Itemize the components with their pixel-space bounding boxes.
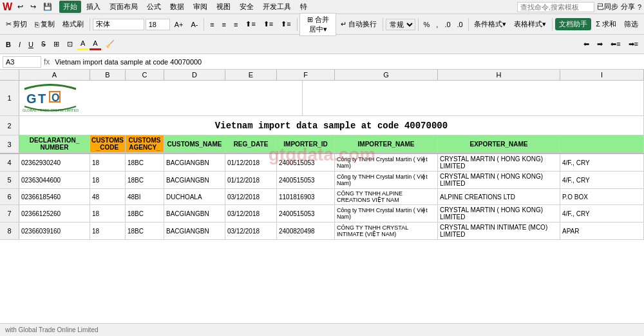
data-cell[interactable]: 2400820498 <box>277 222 335 239</box>
data-cell[interactable]: CÔNG TY TNHH ALPINE CREATIONS VIỆT NAM <box>335 189 438 204</box>
align-bot-btn[interactable]: ⬆≡ <box>278 19 294 30</box>
font-color-btn[interactable]: A <box>90 38 100 50</box>
wrap-text-btn[interactable]: ↵ 自动换行 <box>337 18 380 30</box>
indent-left-btn[interactable]: ⬅ <box>580 39 592 50</box>
align-top-btn[interactable]: ⬆≡ <box>242 19 258 30</box>
font-name-input[interactable] <box>93 19 144 30</box>
indent-right-btn[interactable]: ➡ <box>594 39 606 50</box>
fill-color-btn[interactable]: A <box>77 38 88 50</box>
undo-icon[interactable]: ↩ <box>14 1 26 12</box>
menu-formula[interactable]: 公式 <box>143 1 165 13</box>
data-cell[interactable]: 2400515053 <box>277 205 335 222</box>
col-header-d[interactable]: D <box>164 70 225 80</box>
col-header-e[interactable]: E <box>225 70 277 80</box>
align-right-btn[interactable]: ≡ <box>231 19 241 30</box>
col-header-g[interactable]: G <box>335 70 438 80</box>
data-cell[interactable]: 2400515053 <box>277 172 335 188</box>
data-cell[interactable]: 18BC <box>126 154 164 171</box>
data-cell[interactable]: 1101816903 <box>277 189 335 204</box>
font-size-input[interactable] <box>146 19 170 30</box>
font-size-down-btn[interactable]: A- <box>187 19 201 30</box>
data-cell[interactable]: 48 <box>90 189 126 204</box>
data-cell[interactable]: Công ty TNHH Crystal Martin ( Việt Nam) <box>335 172 438 188</box>
underline-btn[interactable]: U <box>25 39 37 50</box>
data-cell[interactable]: 03/12/2018 <box>225 189 277 204</box>
data-cell[interactable]: 03/12/2018 <box>225 222 277 239</box>
search-input[interactable] <box>517 2 594 12</box>
align-center-btn[interactable]: ≡ <box>219 19 229 30</box>
redo-icon[interactable]: ↪ <box>27 1 39 12</box>
data-cell[interactable]: Công ty TNHH Crystal Martin ( Việt Nam) <box>335 205 438 222</box>
italic-btn[interactable]: I <box>15 39 24 50</box>
filter-btn[interactable]: 筛选 <box>621 18 641 30</box>
percent-btn[interactable]: % <box>421 19 433 30</box>
data-cell[interactable]: BACGIANGBN <box>164 222 225 239</box>
data-cell-extra[interactable]: P.O BOX <box>560 189 644 204</box>
help-btn[interactable]: ? <box>638 3 641 11</box>
data-cell[interactable]: 01/12/2018 <box>225 154 277 171</box>
clear-btn[interactable]: 🧹 <box>102 39 118 50</box>
data-cell[interactable]: 2400515053 <box>277 154 335 171</box>
data-cell[interactable]: ALPINE CREATIONS LTD <box>438 189 560 204</box>
data-cell[interactable]: 02362930240 <box>19 154 90 171</box>
data-cell[interactable]: CRYSTAL MARTIN ( HONG KONG) LIMITED <box>438 172 560 188</box>
menu-view[interactable]: 视图 <box>213 1 234 13</box>
data-cell[interactable]: 02366125260 <box>19 205 90 222</box>
data-cell-extra[interactable]: 4/F., CRY <box>560 172 644 188</box>
data-cell[interactable]: 18 <box>90 222 126 239</box>
data-cell[interactable]: 18BC <box>126 205 164 222</box>
menu-special[interactable]: 特 <box>296 1 311 13</box>
comma-btn[interactable]: , <box>433 19 440 30</box>
menu-security[interactable]: 安全 <box>236 1 258 13</box>
data-cell[interactable]: BACGIANGBN <box>164 172 225 188</box>
col-header-f[interactable]: F <box>277 70 335 80</box>
save-icon[interactable]: 💾 <box>40 1 55 12</box>
data-cell[interactable]: CRYSTAL MARTIN ( HONG KONG) LIMITED <box>438 205 560 222</box>
data-cell[interactable]: Công ty TNHH Crystal Martin ( Việt Nam) <box>335 154 438 171</box>
table-format-btn[interactable]: 表格样式▾ <box>511 18 549 30</box>
data-cell-extra[interactable]: 4/F., CRY <box>560 154 644 171</box>
menu-data[interactable]: 数据 <box>166 1 188 13</box>
merge-btn2[interactable]: ⊡ <box>64 39 76 50</box>
data-cell[interactable]: 02366185460 <box>19 189 90 204</box>
menu-page-layout[interactable]: 页面布局 <box>106 1 142 13</box>
font-size-up-btn[interactable]: A+ <box>171 19 187 30</box>
dec-increase-btn[interactable]: .0 <box>442 19 453 30</box>
data-cell[interactable]: 18 <box>90 172 126 188</box>
data-cell[interactable]: 01/12/2018 <box>225 172 277 188</box>
indent-btn3[interactable]: ➡≡ <box>625 39 641 50</box>
data-cell[interactable]: 02366039160 <box>19 222 90 239</box>
align-left-btn[interactable]: ≡ <box>207 19 217 30</box>
data-cell[interactable]: BACGIANGBN <box>164 154 225 171</box>
cond-format-btn[interactable]: 条件格式▾ <box>471 18 509 30</box>
cell-reference-input[interactable] <box>3 56 41 68</box>
cut-btn[interactable]: ✂ 剪切 <box>3 18 30 30</box>
col-header-i[interactable]: I <box>560 70 644 80</box>
border-btn[interactable]: ⊞ <box>50 39 62 50</box>
data-cell[interactable]: 03/12/2018 <box>225 205 277 222</box>
sum-btn[interactable]: Σ 求和 <box>592 18 620 30</box>
merge-center-btn[interactable]: ⊞ 合并居中▾ <box>299 13 336 36</box>
data-cell[interactable]: CÔNG TY TNHH CRYSTAL INTIMATE (VIỆT NAM) <box>335 222 438 239</box>
data-cell[interactable]: 18 <box>90 205 126 222</box>
number-format-select[interactable]: 常规 <box>386 19 415 30</box>
data-cell[interactable]: CRYSTAL MARTIN INTIMATE (MCO) LIMITED <box>438 222 560 239</box>
doc-assistant-btn[interactable]: 文档助手 <box>555 18 591 30</box>
menu-review[interactable]: 审阅 <box>189 1 211 13</box>
data-cell[interactable]: 18BC <box>126 222 164 239</box>
data-cell[interactable]: CRYSTAL MARTIN ( HONG KONG) LIMITED <box>438 154 560 171</box>
menu-insert[interactable]: 插入 <box>82 1 104 13</box>
col-header-a[interactable]: A <box>19 70 90 80</box>
data-cell[interactable]: BACGIANGBN <box>164 205 225 222</box>
share-btn[interactable]: 分享 <box>621 2 635 12</box>
data-cell[interactable]: 48BI <box>126 189 164 204</box>
indent-btn2[interactable]: ⬅≡ <box>607 39 623 50</box>
bold-btn[interactable]: B <box>3 39 14 50</box>
menu-start[interactable]: 开始 <box>59 1 81 13</box>
col-header-h[interactable]: H <box>438 70 560 80</box>
strikethrough-btn[interactable]: S̶ <box>38 39 49 50</box>
align-mid-btn[interactable]: ⬆≡ <box>260 19 276 30</box>
data-cell[interactable]: 18BC <box>126 172 164 188</box>
format-painter-btn[interactable]: 格式刷 <box>59 18 87 30</box>
menu-dev-tools[interactable]: 开发工具 <box>259 1 295 13</box>
